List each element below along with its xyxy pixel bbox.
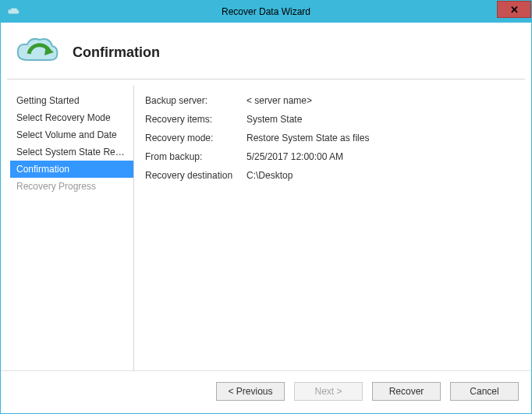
next-button: Next > [294,382,363,401]
close-icon: ✕ [510,4,519,16]
app-cloud-icon [7,7,20,16]
label-recovery-mode: Recovery mode: [145,133,246,143]
value-recovery-items: System State [246,114,302,125]
row-recovery-items: Recovery items: System State [145,114,516,125]
recover-button[interactable]: Recover [372,382,441,401]
row-recovery-destination: Recovery destination C:\Desktop [145,170,516,181]
row-backup-server: Backup server: < server name> [145,95,516,106]
label-from-backup: From backup: [145,151,246,162]
value-backup-server: < server name> [246,95,312,106]
close-button[interactable]: ✕ [497,1,531,18]
value-recovery-destination: C:\Desktop [246,170,293,181]
sidebar-item-confirmation[interactable]: Confirmation [10,161,133,178]
titlebar: Recover Data Wizard ✕ [1,1,531,23]
value-from-backup: 5/25/2017 12:00:00 AM [246,151,343,162]
sidebar-item-getting-started[interactable]: Getting Started [10,92,133,109]
sidebar-item-select-recovery-mode[interactable]: Select Recovery Mode [10,109,133,126]
previous-button[interactable]: < Previous [216,382,285,401]
row-from-backup: From backup: 5/25/2017 12:00:00 AM [145,151,516,162]
cloud-recover-icon [15,37,59,68]
sidebar-divider [133,86,134,370]
cancel-button[interactable]: Cancel [450,382,519,401]
window-title: Recover Data Wizard [1,6,531,17]
confirmation-panel: Backup server: < server name> Recovery i… [140,86,525,370]
label-recovery-items: Recovery items: [145,114,246,125]
wizard-footer: < Previous Next > Recover Cancel [1,370,531,413]
wizard-body: Getting Started Select Recovery Mode Sel… [1,80,531,370]
sidebar-item-recovery-progress: Recovery Progress [10,178,133,195]
label-backup-server: Backup server: [145,95,246,106]
wizard-header: Confirmation [1,23,531,79]
value-recovery-mode: Restore System State as files [246,133,369,143]
wizard-steps-sidebar: Getting Started Select Recovery Mode Sel… [10,86,133,370]
row-recovery-mode: Recovery mode: Restore System State as f… [145,133,516,143]
page-title: Confirmation [73,44,160,61]
sidebar-item-select-volume-date[interactable]: Select Volume and Date [10,126,133,143]
sidebar-item-select-system-state[interactable]: Select System State Reco... [10,143,133,161]
label-recovery-destination: Recovery destination [145,170,246,181]
